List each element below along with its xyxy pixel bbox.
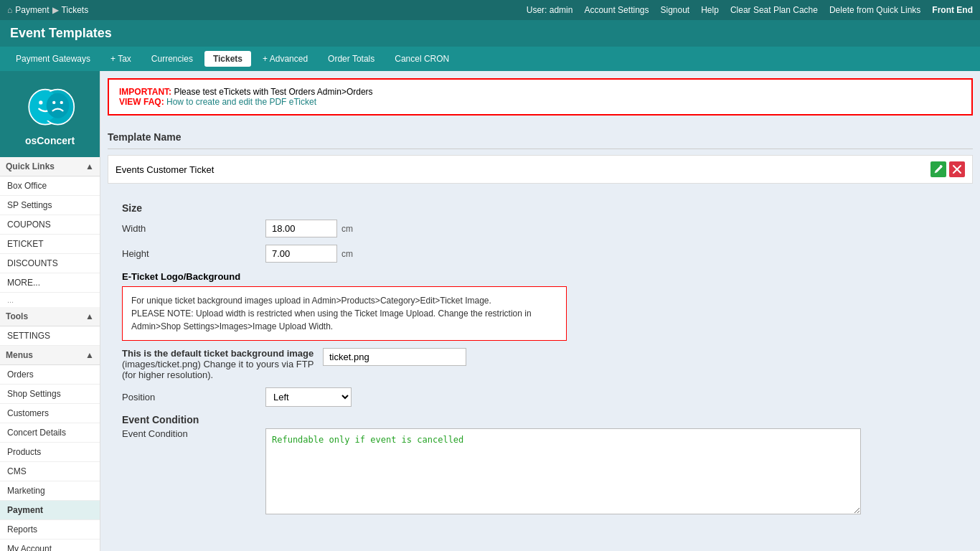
sidebar-item-reports[interactable]: Reports: [0, 520, 100, 540]
default-bg-input[interactable]: [323, 348, 466, 366]
template-name-row: Events Customer Ticket: [108, 155, 973, 184]
sidebar: osConcert Quick Links ▲ Box Office SP Se…: [0, 71, 100, 551]
main-content: IMPORTANT: Please test eTickets with Tes…: [100, 71, 980, 551]
tab-tax[interactable]: + Tax: [102, 51, 140, 67]
default-bg-group: This is the default ticket background im…: [122, 348, 958, 380]
height-group: Height cm: [122, 245, 958, 263]
svg-point-5: [46, 93, 69, 118]
position-label: Position: [122, 392, 265, 402]
sidebar-section-menus[interactable]: Menus ▲: [0, 346, 100, 365]
sidebar-item-box-office[interactable]: Box Office: [0, 176, 100, 196]
user-label: User: admin: [527, 5, 573, 15]
alert-faq-label: VIEW FAQ:: [119, 97, 164, 107]
alert-important-label: IMPORTANT:: [119, 87, 171, 97]
alert-box: IMPORTANT: Please test eTickets with Tes…: [108, 78, 973, 116]
sidebar-item-sp-settings[interactable]: SP Settings: [0, 196, 100, 215]
sidebar-item-customers[interactable]: Customers: [0, 404, 100, 423]
event-condition-group: Event Condition Refundable only if event…: [122, 428, 958, 514]
sidebar-item-payment[interactable]: Payment: [0, 501, 100, 520]
sidebar-item-my-account[interactable]: My Account: [0, 540, 100, 551]
main-layout: osConcert Quick Links ▲ Box Office SP Se…: [0, 71, 980, 551]
close-icon: [952, 164, 962, 174]
page-title: Event Templates: [10, 26, 112, 40]
eticket-info-box: For unique ticket background images uplo…: [122, 286, 567, 341]
sidebar-item-discounts[interactable]: DISCOUNTS: [0, 254, 100, 273]
logo-icon: [25, 82, 75, 132]
sub-nav: Payment Gateways + Tax Currencies Ticket…: [0, 47, 980, 71]
action-icons: [930, 161, 965, 177]
svg-point-7: [60, 101, 62, 104]
edit-icon: [933, 164, 943, 174]
sidebar-dots: ...: [0, 293, 100, 307]
sidebar-section-tools[interactable]: Tools ▲: [0, 307, 100, 326]
sidebar-item-eticket[interactable]: ETICKET: [0, 235, 100, 254]
svg-point-6: [52, 101, 55, 104]
event-condition-label: Event Condition: [122, 428, 265, 439]
home-icon[interactable]: ⌂: [7, 5, 12, 15]
size-heading: Size: [122, 202, 958, 214]
height-input[interactable]: [265, 245, 337, 263]
position-group: Position Left Center Right: [122, 387, 958, 407]
sidebar-item-shop-settings[interactable]: Shop Settings: [0, 385, 100, 404]
top-nav: ⌂ Payment ▶ Tickets User: admin Account …: [0, 0, 980, 20]
sidebar-section-quick-links[interactable]: Quick Links ▲: [0, 157, 100, 176]
section-title: Template Name: [108, 126, 973, 149]
default-bg-label: This is the default ticket background im…: [122, 348, 323, 380]
form-inner: Size Width cm Height cm E-Ticket Logo/Ba…: [108, 191, 973, 529]
sidebar-item-marketing[interactable]: Marketing: [0, 481, 100, 501]
top-nav-links: User: admin Account Settings Signout Hel…: [527, 5, 973, 15]
breadcrumb-payment[interactable]: Payment: [15, 5, 49, 15]
tab-order-totals[interactable]: Order Totals: [319, 51, 383, 67]
default-bg-bold: This is the default ticket background im…: [122, 348, 314, 359]
sidebar-item-concert-details[interactable]: Concert Details: [0, 423, 100, 443]
menus-icon: ▲: [85, 350, 94, 360]
tab-advanced[interactable]: + Advanced: [254, 51, 316, 67]
sidebar-item-products[interactable]: Products: [0, 443, 100, 462]
quick-links-icon: ▲: [85, 161, 94, 171]
alert-important-text: Please test eTickets with Test Orders Ad…: [174, 87, 372, 97]
sidebar-item-cms[interactable]: CMS: [0, 462, 100, 481]
eticket-info-text: For unique ticket background images uplo…: [131, 296, 532, 331]
breadcrumb-tickets[interactable]: Tickets: [62, 5, 89, 15]
sidebar-logo: osConcert: [0, 71, 100, 157]
alert-line-1: IMPORTANT: Please test eTickets with Tes…: [119, 87, 961, 97]
frontend-link[interactable]: Front End: [932, 5, 973, 15]
account-settings-link[interactable]: Account Settings: [584, 5, 649, 15]
template-name-text: Events Customer Ticket: [116, 164, 930, 175]
sidebar-item-coupons[interactable]: COUPONS: [0, 215, 100, 235]
width-input[interactable]: [265, 220, 337, 237]
delete-quick-link[interactable]: Delete from Quick Links: [829, 5, 920, 15]
help-link[interactable]: Help: [701, 5, 719, 15]
sidebar-item-more[interactable]: MORE...: [0, 273, 100, 293]
logo-text: osConcert: [25, 135, 75, 146]
quick-links-label: Quick Links: [6, 161, 55, 171]
tab-payment-gateways[interactable]: Payment Gateways: [7, 51, 99, 67]
tab-tickets[interactable]: Tickets: [204, 51, 251, 67]
tools-label: Tools: [6, 311, 28, 321]
breadcrumb: ⌂ Payment ▶ Tickets: [7, 5, 88, 15]
menus-label: Menus: [6, 350, 33, 360]
alert-line-2: VIEW FAQ: How to create and edit the PDF…: [119, 97, 961, 107]
width-label: Width: [122, 223, 265, 234]
width-group: Width cm: [122, 220, 958, 237]
height-label: Height: [122, 248, 265, 259]
edit-button[interactable]: [930, 161, 946, 177]
breadcrumb-separator: ▶: [52, 5, 59, 15]
alert-faq-link[interactable]: How to create and edit the PDF eTicket: [166, 97, 316, 107]
title-bar: Event Templates: [0, 20, 980, 47]
clear-cache-link[interactable]: Clear Seat Plan Cache: [730, 5, 818, 15]
height-cm: cm: [341, 249, 353, 259]
delete-button[interactable]: [949, 161, 965, 177]
eticket-logo-label: E-Ticket Logo/Background: [122, 271, 240, 282]
sidebar-item-settings[interactable]: SETTINGS: [0, 326, 100, 346]
position-select[interactable]: Left Center Right: [265, 387, 352, 407]
tab-cancel-cron[interactable]: Cancel CRON: [386, 51, 458, 67]
event-condition-heading: Event Condition: [122, 414, 958, 425]
svg-point-3: [39, 100, 42, 104]
signout-link[interactable]: Signout: [660, 5, 689, 15]
event-condition-textarea[interactable]: Refundable only if event is cancelled: [265, 428, 861, 514]
width-cm: cm: [341, 224, 353, 234]
default-bg-change: (images/ticket.png) Change it to yours v…: [122, 359, 314, 380]
tab-currencies[interactable]: Currencies: [143, 51, 202, 67]
sidebar-item-orders[interactable]: Orders: [0, 365, 100, 385]
